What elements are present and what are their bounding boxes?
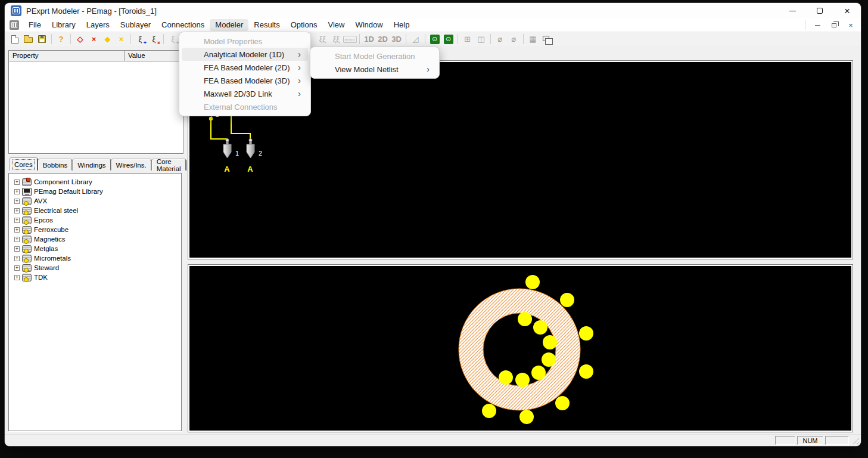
menu-view[interactable]: View — [322, 19, 350, 31]
tree-item-label: TDK — [34, 274, 48, 281]
tree-item-metglas[interactable]: +Metglas — [10, 244, 180, 253]
menu-item-fea-based-modeler-3d[interactable]: FEA Based Modeler (3D)› — [182, 74, 308, 87]
conductor-turn — [499, 370, 513, 385]
winding-tool-button[interactable]: ξ+ — [166, 33, 180, 46]
menu-item-start-model-generation[interactable]: Start Model Generation — [313, 49, 437, 63]
planar-coil-button[interactable]: oooo — [343, 33, 357, 46]
core-diamond-button[interactable]: ◇ — [73, 33, 87, 46]
tree-item-tdk[interactable]: +TDK — [10, 273, 180, 282]
menu-library[interactable]: Library — [46, 19, 81, 31]
close-button[interactable]: × — [833, 3, 861, 18]
winding-symbol-1[interactable] — [223, 138, 231, 158]
menu-item-label: External Connections — [204, 103, 278, 112]
tree-expander-icon[interactable]: + — [14, 180, 20, 185]
tab-wires-ins[interactable]: Wires/Ins. — [111, 159, 151, 171]
tree-expander-icon[interactable]: + — [14, 189, 20, 194]
modeler-1d-button[interactable]: 1D — [362, 33, 376, 46]
transformer-model-icon: ⊞ — [464, 35, 471, 43]
wire-node — [209, 117, 213, 120]
new-file-button[interactable] — [8, 33, 21, 46]
property-column-header[interactable]: Property — [9, 51, 125, 61]
save-button[interactable] — [35, 33, 49, 46]
menu-layers[interactable]: Layers — [81, 19, 115, 31]
tab-windings[interactable]: Windings — [73, 159, 110, 171]
winding-symbol-2[interactable] — [247, 138, 254, 158]
menu-item-label: FEA Based Modeler (2D) — [204, 63, 290, 72]
database-key-icon — [22, 197, 32, 205]
menu-options[interactable]: Options — [285, 19, 323, 31]
menu-item-view-model-netlist[interactable]: View Model Netlist› — [313, 63, 437, 76]
maximize-button[interactable] — [806, 3, 833, 18]
core-solid-diamond-button[interactable]: ◆ — [101, 33, 114, 46]
menu-help[interactable]: Help — [388, 19, 415, 31]
mdi-close-button[interactable]: × — [844, 20, 857, 30]
tree-item-magnetics[interactable]: +Magnetics — [10, 234, 180, 244]
core-delete-icon: × — [119, 35, 124, 43]
core-cut-button[interactable]: × — [87, 33, 101, 46]
tree-item-electrical-steel[interactable]: +Electrical steel — [10, 206, 180, 215]
tree-item-component-library[interactable]: +Component Library — [10, 177, 180, 187]
tree-expander-icon[interactable]: + — [14, 256, 20, 261]
modeler-3d-button[interactable]: 3D — [390, 33, 403, 46]
tab-bobbins[interactable]: Bobbins — [38, 159, 73, 171]
tree-expander-icon[interactable]: + — [14, 265, 20, 271]
mdi-restore-button[interactable] — [827, 20, 841, 30]
value-column-header[interactable]: Value — [125, 51, 183, 61]
remove-winding-badge: × — [157, 41, 160, 46]
tree-expander-icon[interactable]: + — [14, 275, 20, 280]
database-key-icon — [22, 226, 32, 234]
property-grid[interactable]: Property Value — [8, 50, 183, 154]
menu-sublayer[interactable]: Sublayer — [115, 19, 156, 31]
pemag-model-winding-button[interactable]: ⊙ — [441, 33, 455, 46]
menu-window[interactable]: Window — [350, 19, 388, 31]
tab-cores[interactable]: Cores — [10, 158, 38, 171]
add-winding-button[interactable]: ξ+ — [133, 33, 147, 46]
toroid-canvas[interactable] — [188, 264, 853, 432]
menu-item-model-properties[interactable]: Model Properties — [182, 35, 308, 48]
tree-expander-icon[interactable]: + — [14, 246, 20, 252]
help-button[interactable]: ? — [54, 33, 68, 46]
transformer-model-button[interactable]: ⊞ — [461, 33, 474, 46]
toroid-canvas-area[interactable] — [189, 266, 851, 431]
tree-item-micrometals[interactable]: +Micrometals — [10, 253, 180, 263]
pemag-model-core-icon: ⊙ — [430, 35, 440, 44]
interleave-windings-button[interactable]: ξξ — [316, 33, 329, 46]
minimize-button[interactable] — [779, 3, 806, 18]
tree-expander-icon[interactable]: + — [14, 208, 20, 213]
tree-expander-icon[interactable]: + — [14, 199, 20, 204]
tree-item-epcos[interactable]: +Epcos — [10, 215, 180, 225]
menu-item-label: Analytical Modeler (1D) — [204, 50, 284, 59]
library-tree[interactable]: +Component Library+PEmag Default Library… — [8, 173, 182, 431]
menu-results[interactable]: Results — [248, 19, 285, 31]
tree-expander-icon[interactable]: + — [14, 227, 20, 233]
tree-item-steward[interactable]: +Steward — [10, 263, 180, 273]
status-bar: NUM — [5, 434, 861, 446]
interleave-windings-2-button[interactable]: ξξ — [329, 33, 343, 46]
tree-item-avx[interactable]: +AVX — [10, 196, 180, 206]
tab-core-material[interactable]: Core Material — [152, 159, 186, 171]
menu-item-maxwell-2d-3d-link[interactable]: Maxwell 2D/3D Link› — [182, 87, 308, 100]
tree-expander-icon[interactable]: + — [14, 237, 20, 242]
winding-pair-button[interactable]: ◫ — [474, 33, 488, 46]
modeler-2d-button[interactable]: 2D — [376, 33, 390, 46]
zoom-out-button[interactable]: ⌀ — [493, 33, 507, 46]
toolbar-separator — [523, 34, 524, 44]
menu-file[interactable]: File — [23, 19, 46, 31]
cascade-windows-button[interactable] — [540, 33, 553, 46]
data-table-button[interactable]: ▦ — [526, 33, 540, 46]
pemag-model-core-button[interactable]: ⊙ — [428, 33, 441, 46]
remove-winding-button[interactable]: ξ× — [147, 33, 161, 46]
tree-expander-icon[interactable]: + — [14, 218, 20, 223]
core-delete-button[interactable]: × — [114, 33, 128, 46]
zoom-in-button[interactable]: ⌀ — [507, 33, 521, 46]
mdi-minimize-button[interactable] — [811, 20, 824, 30]
menu-item-external-connections[interactable]: External Connections — [182, 100, 308, 113]
menu-item-fea-based-modeler-2d[interactable]: FEA Based Modeler (2D)› — [182, 61, 308, 74]
tree-item-pemag-default-library[interactable]: +PEmag Default Library — [10, 187, 180, 196]
menu-connections[interactable]: Connections — [156, 19, 210, 31]
open-file-button[interactable] — [21, 33, 35, 46]
menu-modeler[interactable]: Modeler — [210, 19, 248, 31]
tree-item-ferroxcube[interactable]: +Ferroxcube — [10, 225, 180, 234]
measure-button[interactable]: ◿ — [409, 33, 422, 46]
menu-item-analytical-modeler-1d[interactable]: Analytical Modeler (1D)› — [182, 48, 308, 61]
